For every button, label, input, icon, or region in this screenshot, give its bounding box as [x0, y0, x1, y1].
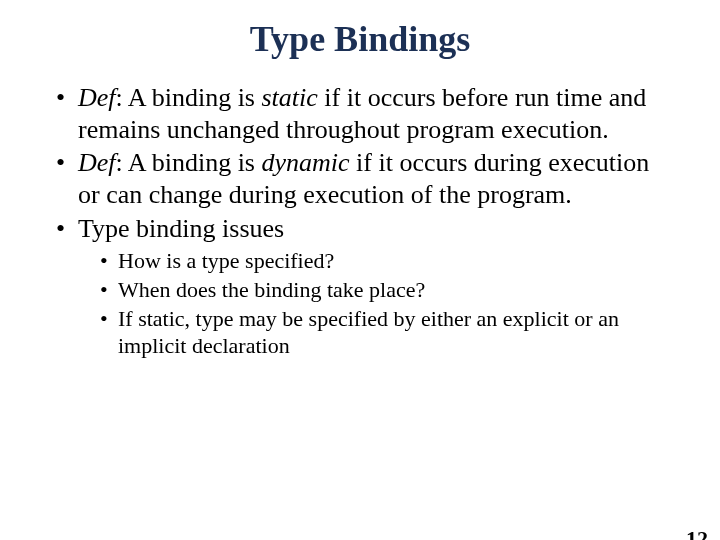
term-static: static [261, 83, 317, 112]
text: If static, type may be specified by eith… [118, 306, 619, 358]
slide-body: • Def: A binding is static if it occurs … [56, 82, 670, 360]
text: Type binding issues [78, 214, 284, 243]
bullet-dot-icon: • [100, 247, 118, 274]
bullet-dot-icon: • [100, 276, 118, 303]
bullet-dot-icon: • [56, 82, 78, 114]
bullet-dot-icon: • [56, 213, 78, 245]
bullet-level2: • How is a type specified? [100, 247, 670, 274]
text: How is a type specified? [118, 248, 334, 273]
page-number: 12 [686, 526, 708, 540]
bullet-level1: • Def: A binding is dynamic if it occurs… [56, 147, 670, 210]
text: : A binding is [116, 83, 262, 112]
bullet-dot-icon: • [100, 305, 118, 332]
bullet-dot-icon: • [56, 147, 78, 179]
term-dynamic: dynamic [261, 148, 349, 177]
slide-title: Type Bindings [0, 18, 720, 60]
bullet-level2: • If static, type may be specified by ei… [100, 305, 670, 360]
text: When does the binding take place? [118, 277, 425, 302]
bullet-level1: • Def: A binding is static if it occurs … [56, 82, 670, 145]
bullet-level1: • Type binding issues [56, 213, 670, 245]
bullet-level2: • When does the binding take place? [100, 276, 670, 303]
slide: Type Bindings • Def: A binding is static… [0, 18, 720, 540]
term-def: Def [78, 83, 116, 112]
text: : A binding is [116, 148, 262, 177]
term-def: Def [78, 148, 116, 177]
